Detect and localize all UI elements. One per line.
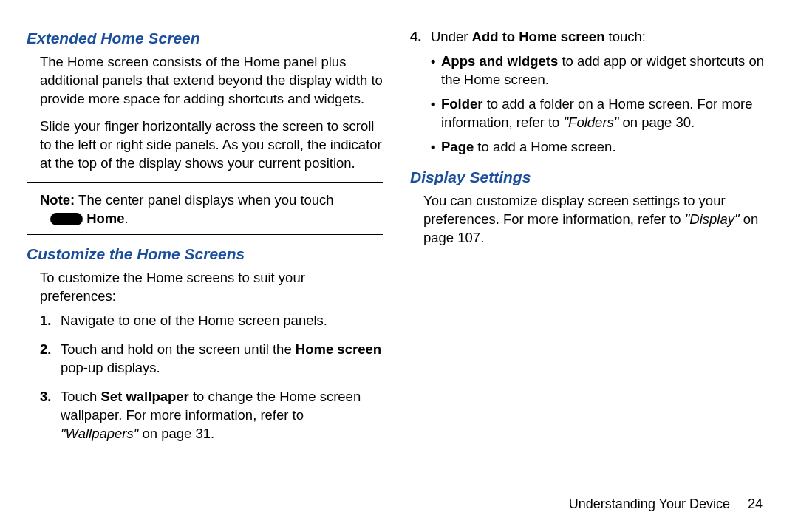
divider: [27, 182, 383, 183]
step-text: Navigate to one of the Home screen panel…: [61, 313, 327, 328]
italic-ref: "Wallpapers": [61, 426, 138, 441]
note-label: Note:: [40, 192, 75, 208]
paragraph: The Home screen consists of the Home pan…: [40, 53, 383, 109]
intro-text: To customize the Home screens to suit yo…: [40, 269, 383, 306]
bold-text: Add to Home screen: [472, 29, 605, 44]
left-column: Extended Home Screen The Home screen con…: [27, 28, 383, 473]
bold-text: Apps and widgets: [441, 53, 558, 69]
heading-customize-home-screens: Customize the Home Screens: [27, 244, 383, 265]
divider: [27, 234, 383, 235]
note: Note: The center panel displays when you…: [40, 191, 383, 228]
step-item: Touch Set wallpaper to change the Home s…: [40, 388, 383, 443]
para-text: You can customize display screen setting…: [423, 193, 726, 227]
right-column: Under Add to Home screen touch: Apps and…: [410, 28, 767, 473]
step-text: pop-up displays.: [61, 360, 160, 375]
bold-text: Home screen: [296, 341, 381, 357]
footer-section: Understanding Your Device: [569, 497, 730, 511]
bullet-item: Apps and widgets to add app or widget sh…: [431, 52, 767, 89]
italic-ref: "Folders": [564, 115, 619, 130]
footer-page-number: 24: [748, 497, 763, 511]
bullet-item: Page to add a Home screen.: [431, 138, 767, 157]
heading-extended-home-screen: Extended Home Screen: [27, 28, 383, 49]
bold-text: Folder: [441, 96, 483, 112]
note-period: .: [125, 211, 129, 226]
step-text: touch:: [604, 29, 646, 44]
bullet-text: on page 30.: [618, 115, 695, 130]
paragraph: You can customize display screen setting…: [423, 192, 767, 248]
bold-text: Set wallpaper: [101, 389, 189, 404]
step-text: Touch and hold on the screen until the: [61, 341, 296, 357]
steps-list: Navigate to one of the Home screen panel…: [40, 312, 383, 443]
italic-ref: "Display": [685, 211, 740, 227]
step-item: Touch and hold on the screen until the H…: [40, 341, 383, 378]
home-label: Home: [83, 211, 125, 226]
note-text: The center panel displays when you touch: [75, 192, 333, 208]
steps-list-cont: Under Add to Home screen touch: Apps and…: [410, 28, 767, 157]
bold-text: Page: [441, 139, 474, 154]
step-item: Under Add to Home screen touch: Apps and…: [410, 28, 767, 157]
bullet-item: Folder to add a folder on a Home screen.…: [431, 95, 767, 132]
bullet-text: to add a Home screen.: [474, 139, 615, 154]
heading-display-settings: Display Settings: [410, 167, 767, 188]
page-footer: Understanding Your Device24: [569, 495, 763, 513]
page-body: Extended Home Screen The Home screen con…: [0, 0, 798, 473]
step-text: on page 31.: [138, 426, 214, 441]
step-text: Under: [431, 29, 472, 44]
bullet-list: Apps and widgets to add app or widget sh…: [431, 52, 767, 157]
paragraph: Slide your finger horizontally across th…: [40, 117, 383, 173]
step-item: Navigate to one of the Home screen panel…: [40, 312, 383, 330]
step-text: Touch: [61, 389, 101, 404]
home-button-icon: [50, 213, 83, 225]
